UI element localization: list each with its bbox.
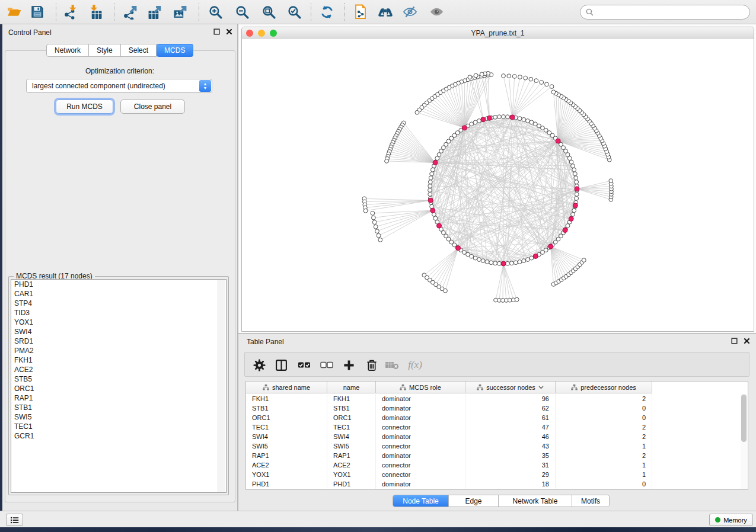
tab-mcds[interactable]: MCDS — [157, 44, 193, 57]
zoom-fit-button[interactable] — [258, 2, 279, 22]
table-panel-title: Table Panel — [247, 338, 284, 346]
toolbar-separator — [344, 3, 344, 21]
export-table-button[interactable] — [144, 2, 165, 22]
apply-layout-button[interactable] — [316, 2, 337, 22]
mcds-result-node[interactable]: ACE2 — [11, 365, 226, 374]
network-window: YPA_prune.txt_1 — [241, 27, 754, 332]
table-scrollbar-thumb[interactable] — [741, 395, 747, 442]
mcds-result-node[interactable]: TID3 — [11, 308, 226, 318]
cell-name: FKH1 — [327, 394, 376, 403]
table-row[interactable]: ORC1ORC1dominator610 — [246, 413, 748, 422]
cell-mcds_role: connector — [376, 470, 465, 479]
open-file-button[interactable] — [4, 2, 25, 22]
table-row[interactable]: STB1STB1dominator620 — [246, 403, 748, 413]
table-options-button[interactable] — [250, 356, 268, 374]
close-panel-icon[interactable] — [226, 28, 232, 35]
run-mcds-button[interactable]: Run MCDS — [56, 100, 113, 114]
tab-select[interactable]: Select — [121, 44, 157, 57]
memory-button[interactable]: Memory — [709, 514, 753, 526]
table-row[interactable]: SWI5SWI5connector431 — [246, 441, 748, 451]
select-all-rows-button[interactable] — [295, 356, 313, 374]
cell-name: ORC1 — [327, 413, 376, 422]
float-panel-icon[interactable] — [731, 338, 738, 344]
network-window-titlebar[interactable]: YPA_prune.txt_1 — [242, 27, 754, 39]
mcds-result-node[interactable]: YOX1 — [11, 318, 226, 327]
binoculars-icon — [378, 5, 393, 20]
tab-motifs[interactable]: Motifs — [572, 495, 609, 507]
cell-predecessor_nodes: 1 — [556, 460, 652, 470]
export-image-icon — [173, 5, 188, 20]
column-namespace-icon — [477, 384, 483, 390]
export-network-button[interactable] — [120, 2, 141, 22]
plus-icon — [343, 360, 355, 371]
import-table-from-file-button[interactable] — [85, 2, 106, 22]
column-header-MCDS-role[interactable]: MCDS role — [376, 382, 465, 393]
cell-shared_name: RAP1 — [246, 451, 327, 460]
mcds-result-node[interactable]: STB1 — [11, 403, 226, 412]
automation-panel-button[interactable] — [6, 514, 23, 526]
table-row[interactable]: YOX1YOX1connector291 — [246, 470, 748, 479]
mcds-result-node[interactable]: CAR1 — [11, 289, 226, 299]
mcds-result-node[interactable]: SWI5 — [11, 412, 226, 422]
mcds-result-node[interactable]: RAP1 — [11, 393, 226, 403]
mcds-result-node[interactable]: STB5 — [11, 374, 226, 384]
mcds-result-node[interactable]: FKH1 — [11, 355, 226, 365]
export-image-button[interactable] — [170, 2, 191, 22]
table-row[interactable]: FKH1FKH1dominator962 — [246, 394, 748, 403]
tab-style[interactable]: Style — [89, 44, 121, 57]
tab-network[interactable]: Network — [46, 44, 89, 57]
import-network-from-file-button[interactable] — [59, 2, 81, 22]
zoom-selected-button[interactable] — [283, 2, 305, 22]
table-row[interactable]: PHD1PHD1dominator180 — [246, 479, 748, 489]
mcds-result-node[interactable]: GCR1 — [11, 431, 226, 441]
close-panel-icon[interactable] — [744, 338, 750, 344]
tab-edge-table[interactable]: Edge Table — [449, 495, 499, 507]
gear-icon — [253, 359, 266, 371]
zoom-in-icon — [208, 5, 223, 20]
network-from-file-icon — [353, 4, 368, 20]
zoom-out-icon — [235, 5, 250, 20]
float-panel-icon[interactable] — [213, 28, 220, 35]
network-canvas[interactable] — [242, 39, 754, 331]
find-network-button[interactable] — [375, 2, 396, 22]
zoom-out-button[interactable] — [231, 2, 253, 22]
toolbar-separator — [311, 3, 311, 21]
column-header-predecessor-nodes[interactable]: predecessor nodes — [556, 382, 652, 393]
optimization-criterion-select[interactable]: largest connected component (undirected)… — [26, 79, 212, 93]
tab-network-table[interactable]: Network Table — [499, 495, 572, 507]
mcds-result-node[interactable]: TEC1 — [11, 422, 226, 431]
new-network-from-file-button[interactable] — [350, 2, 371, 22]
table-scrollbar[interactable] — [741, 394, 747, 489]
deselect-all-rows-button[interactable] — [318, 356, 336, 374]
mcds-result-node[interactable]: STP4 — [11, 299, 226, 308]
zoom-in-button[interactable] — [205, 2, 226, 22]
tab-node-table[interactable]: Node Table — [393, 495, 449, 507]
table-row[interactable]: TEC1TEC1connector472 — [246, 422, 748, 432]
table-row[interactable]: ACE2ACE2connector311 — [246, 460, 748, 470]
table-row[interactable]: SWI4SWI4dominator462 — [246, 432, 748, 441]
sort-desc-icon — [538, 386, 544, 389]
cell-successor_nodes: 47 — [465, 422, 556, 432]
mcds-result-node[interactable]: SWI4 — [11, 327, 226, 336]
show-all-button[interactable] — [426, 2, 447, 22]
add-column-button[interactable] — [340, 356, 358, 374]
search-input[interactable] — [594, 8, 744, 17]
mcds-result-node[interactable]: PHD1 — [11, 280, 226, 289]
table-row[interactable]: RAP1RAP1dominator352 — [246, 451, 748, 460]
column-header-name[interactable]: name — [327, 382, 376, 393]
mcds-result-node[interactable]: ORC1 — [11, 384, 226, 393]
column-header-successor-nodes[interactable]: successor nodes — [465, 382, 556, 393]
mcds-result-node[interactable]: PMA2 — [11, 346, 226, 355]
cell-predecessor_nodes: 1 — [556, 470, 652, 479]
cell-successor_nodes: 35 — [465, 451, 556, 460]
mcds-result-node[interactable]: SRD1 — [11, 336, 226, 346]
show-columns-button[interactable] — [272, 356, 290, 374]
result-list-scrollbar[interactable] — [218, 280, 225, 492]
hide-selected-button[interactable] — [399, 2, 420, 22]
memory-status-icon — [715, 517, 720, 523]
close-panel-button[interactable]: Close panel — [120, 100, 185, 114]
mcds-result-list[interactable]: PHD1CAR1STP4TID3YOX1SWI4SRD1PMA2FKH1ACE2… — [11, 279, 227, 493]
save-session-button[interactable] — [27, 2, 48, 22]
delete-column-button[interactable] — [363, 356, 381, 374]
column-header-shared-name[interactable]: shared name — [246, 382, 327, 393]
